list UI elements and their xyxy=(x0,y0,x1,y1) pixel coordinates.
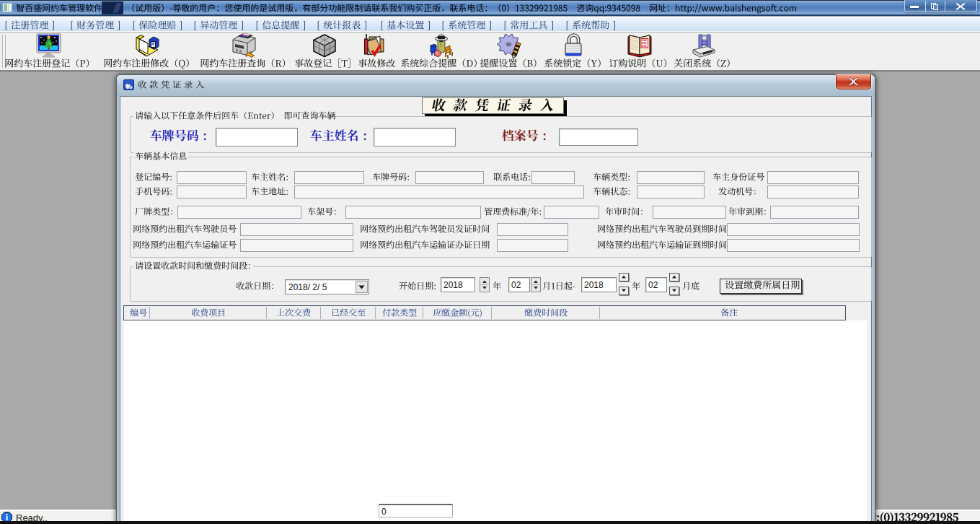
svg-text:X55: X55 xyxy=(642,44,648,48)
